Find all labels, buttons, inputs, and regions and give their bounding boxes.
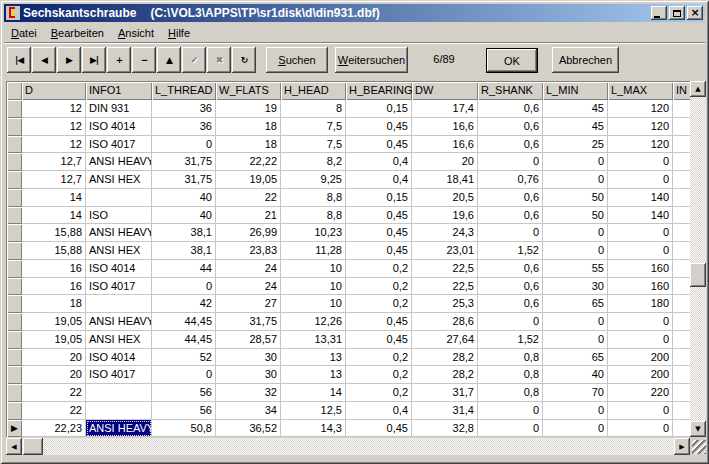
grid-cell[interactable]: 0	[152, 136, 216, 154]
grid-cell[interactable]	[673, 118, 690, 136]
grid-cell[interactable]: 14	[22, 189, 86, 207]
grid-cell[interactable]: 21	[216, 207, 281, 225]
column-header-h_bearing[interactable]: H_BEARING	[346, 82, 412, 100]
grid-cell[interactable]: 0,2	[346, 295, 412, 313]
grid-cell[interactable]: 0,45	[346, 118, 412, 136]
grid-cell[interactable]: 8	[281, 100, 346, 118]
grid-cell[interactable]: 10	[281, 278, 346, 296]
grid-cell[interactable]: 10,23	[281, 224, 346, 242]
grid-cell[interactable]: ISO 4017	[86, 278, 152, 296]
grid-cell[interactable]	[673, 384, 690, 402]
app-icon[interactable]	[6, 6, 20, 20]
grid-cell[interactable]: 12	[22, 100, 86, 118]
grid-cell[interactable]: 0	[608, 313, 673, 331]
grid-cell[interactable]: 0	[478, 402, 543, 420]
grid-cell[interactable]	[673, 260, 690, 278]
grid-cell[interactable]: 26,99	[216, 224, 281, 242]
grid-cell[interactable]: 12	[22, 136, 86, 154]
grid-cell[interactable]: 0,6	[478, 260, 543, 278]
scroll-left-icon[interactable]: ◀	[6, 438, 22, 455]
grid-cell[interactable]: 13	[281, 366, 346, 384]
grid-cell[interactable]: 0	[608, 224, 673, 242]
grid-cell[interactable]: 24,3	[412, 224, 478, 242]
grid-cell[interactable]: 8,2	[281, 153, 346, 171]
grid-cell[interactable]: 20,5	[412, 189, 478, 207]
column-header-l_thread[interactable]: L_THREAD	[152, 82, 216, 100]
grid-cell[interactable]: 19,05	[216, 171, 281, 189]
grid-cell[interactable]: 32	[216, 384, 281, 402]
grid-cell[interactable]: 0,8	[478, 349, 543, 367]
grid-cell[interactable]	[673, 242, 690, 260]
grid-cell[interactable]: 20	[22, 366, 86, 384]
grid-cell[interactable]: 30	[216, 366, 281, 384]
grid-cell[interactable]: 28,57	[216, 331, 281, 349]
column-header-in[interactable]: IN	[673, 82, 690, 100]
grid-cell[interactable]: 0	[152, 366, 216, 384]
grid-cell[interactable]: 1,52	[478, 242, 543, 260]
grid-cell[interactable]: 14	[281, 384, 346, 402]
grid-cell[interactable]	[673, 366, 690, 384]
grid-cell[interactable]: 0,6	[478, 278, 543, 296]
grid-cell[interactable]: 44	[152, 260, 216, 278]
grid-cell[interactable]: 0,6	[478, 118, 543, 136]
grid-cell[interactable]: 0	[608, 420, 673, 438]
grid-cell[interactable]: 8,8	[281, 207, 346, 225]
first-record-button[interactable]: |◀	[7, 47, 31, 73]
grid-cell[interactable]: 10	[281, 260, 346, 278]
grid-cell[interactable]: 27,64	[412, 331, 478, 349]
column-header-l_max[interactable]: L_MAX	[608, 82, 673, 100]
grid-cell[interactable]	[673, 313, 690, 331]
grid-cell[interactable]: 0	[608, 153, 673, 171]
menu-ansicht[interactable]: Ansicht	[112, 25, 160, 41]
grid-cell[interactable]: 0	[543, 171, 608, 189]
grid-cell[interactable]: 11,28	[281, 242, 346, 260]
grid-cell[interactable]: 0,6	[478, 295, 543, 313]
grid-cell[interactable]	[86, 189, 152, 207]
grid-cell[interactable]: 0,45	[346, 420, 412, 438]
column-header-info1[interactable]: INFO1	[86, 82, 152, 100]
grid-cell[interactable]: 0	[478, 224, 543, 242]
grid-cell[interactable]: 9,25	[281, 171, 346, 189]
grid-cell[interactable]: 160	[608, 278, 673, 296]
grid-cell[interactable]: 70	[543, 384, 608, 402]
grid-cell[interactable]: 45	[543, 100, 608, 118]
grid-cell[interactable]: 180	[608, 295, 673, 313]
grid-cell[interactable]: 12,26	[281, 313, 346, 331]
grid-cell[interactable]: ANSI HEX	[86, 331, 152, 349]
grid-cell[interactable]: ANSI HEAVY	[86, 153, 152, 171]
next-record-button[interactable]: ▶	[57, 47, 81, 73]
minimize-button[interactable]	[651, 6, 667, 20]
grid-cell[interactable]: 65	[543, 295, 608, 313]
grid-cell[interactable]: 16	[22, 278, 86, 296]
grid-cell[interactable]: ANSI HEX	[86, 171, 152, 189]
column-header-l_min[interactable]: L_MIN	[543, 82, 608, 100]
grid-cell[interactable]: 56	[152, 384, 216, 402]
grid-cell[interactable]: 20	[412, 153, 478, 171]
grid-cell[interactable]: 50,8	[152, 420, 216, 438]
grid-cell[interactable]	[673, 295, 690, 313]
grid-cell[interactable]: 0	[543, 242, 608, 260]
grid-cell[interactable]: 18	[22, 295, 86, 313]
column-header-dw[interactable]: DW	[412, 82, 478, 100]
grid-cell[interactable]: 22	[22, 402, 86, 420]
edit-record-button[interactable]: ▲	[157, 47, 181, 73]
grid-cell[interactable]: 22,22	[216, 153, 281, 171]
grid-cell[interactable]: 0,6	[478, 136, 543, 154]
grid-cell[interactable]: 0,45	[346, 313, 412, 331]
grid-cell[interactable]: 13	[281, 349, 346, 367]
grid-cell[interactable]: 36	[152, 118, 216, 136]
grid-cell[interactable]: 15,88	[22, 242, 86, 260]
grid-cell[interactable]: 25,3	[412, 295, 478, 313]
weitersuchen-button[interactable]: Weitersuchen	[335, 47, 408, 73]
abbrechen-button[interactable]: Abbrechen	[552, 47, 619, 73]
grid-cell[interactable]	[673, 420, 690, 438]
grid-cell[interactable]: 0	[543, 420, 608, 438]
grid-cell[interactable]	[673, 402, 690, 420]
grid-cell[interactable]: 0,2	[346, 260, 412, 278]
grid-cell[interactable]: 1,52	[478, 331, 543, 349]
grid-cell[interactable]: 16,6	[412, 136, 478, 154]
scroll-down-icon[interactable]: ▼	[690, 421, 706, 437]
grid-cell[interactable]: 12	[22, 118, 86, 136]
grid-cell[interactable]: 0	[543, 331, 608, 349]
grid-cell[interactable]: 24	[216, 278, 281, 296]
